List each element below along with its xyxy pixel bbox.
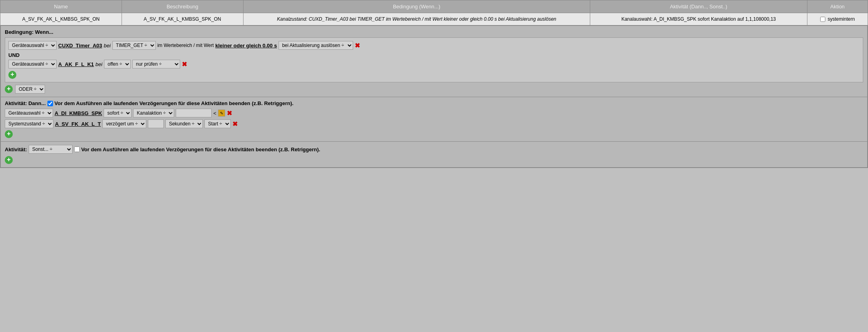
plus-icon-sonst[interactable]: + bbox=[5, 156, 13, 164]
remove-condition-1[interactable]: ✖ bbox=[355, 42, 360, 49]
remove-condition-2[interactable]: ✖ bbox=[182, 61, 187, 68]
dann-title: Aktivität: Dann... bbox=[5, 100, 46, 106]
header-bedingung: Bedingung (Wenn...) bbox=[243, 0, 590, 13]
less-than-symbol: < bbox=[213, 110, 216, 116]
bei-text-1: bei bbox=[104, 43, 110, 49]
sofort-select[interactable]: sofort ÷ bbox=[104, 109, 132, 117]
start-select[interactable]: Start ÷ bbox=[204, 119, 231, 128]
bedingung-title: Bedingung: Wenn... bbox=[5, 29, 863, 35]
bei-text-2: bei bbox=[96, 61, 102, 67]
trigger-select[interactable]: bei Aktualisierung auslösen ÷ bbox=[279, 41, 353, 50]
dann-checkbox-label: Vor dem Ausführen alle laufenden Verzöge… bbox=[55, 100, 294, 106]
row-aktivitaet: Kanalauswahl: A_DI_KMBSG_SPK sofort Kana… bbox=[590, 13, 807, 25]
sonst-section: Aktivität: Sonst... ÷ Vor dem Ausführen … bbox=[0, 142, 868, 168]
add-dann-btn[interactable]: + bbox=[5, 130, 863, 138]
nur-pruefen-select[interactable]: nur prüfen ÷ bbox=[132, 60, 180, 68]
sonst-title: Aktivität: bbox=[5, 146, 27, 152]
row-beschreibung: A_SV_FK_AK_L_KMBSG_SPK_ON bbox=[122, 13, 243, 25]
edit-icon-1[interactable]: ✎ bbox=[218, 109, 225, 117]
verzoegert-select[interactable]: verzögert um ÷ bbox=[102, 119, 146, 128]
device-name-2: A_AK_F_L_K1 bbox=[58, 61, 94, 67]
sonst-checkbox[interactable] bbox=[74, 146, 80, 152]
header-beschreibung: Beschreibung bbox=[122, 0, 243, 13]
condition-block: Geräteauswahl ÷ CUXD_Timer_A03 bei TIMER… bbox=[5, 37, 863, 82]
remove-dann-2[interactable]: ✖ bbox=[232, 120, 238, 128]
dann-geraet-select-2[interactable]: Systemzustand ÷ bbox=[5, 119, 53, 128]
row-bedingung: Kanalzustand: CUXD_Timer_A03 bei TIMER_G… bbox=[243, 13, 590, 25]
geraet-select-1[interactable]: Geräteauswahl ÷ bbox=[8, 41, 57, 50]
sonst-select[interactable]: Sonst... ÷ bbox=[29, 145, 73, 154]
dann-row-2: Systemzustand ÷ A_SV_FK_AK_L_T verzögert… bbox=[5, 119, 863, 128]
kanalaktion-select[interactable]: Kanalaktion ÷ bbox=[133, 109, 174, 117]
header-aktivitaet: Aktivität (Dann.., Sonst..) bbox=[590, 0, 807, 13]
dann-device-name-2: A_SV_FK_AK_L_T bbox=[55, 121, 101, 127]
kanalaktion-value[interactable]: 1,1,108000, bbox=[176, 109, 212, 117]
dann-geraet-select-1[interactable]: Geräteauswahl ÷ bbox=[5, 109, 53, 117]
device-name-1: CUXD_Timer_A03 bbox=[58, 43, 102, 49]
dann-device-name-1: A_DI_KMBSG_SPK bbox=[55, 110, 102, 116]
systemintern-checkbox[interactable] bbox=[820, 17, 825, 22]
remove-dann-1[interactable]: ✖ bbox=[227, 109, 232, 117]
main-table: Name Beschreibung Bedingung (Wenn...) Ak… bbox=[0, 0, 868, 168]
systemintern-label: systemintern bbox=[828, 16, 855, 22]
sonst-checkbox-label: Vor dem Ausführen alle laufenden Verzöge… bbox=[81, 146, 320, 152]
plus-icon-dann[interactable]: + bbox=[5, 130, 13, 138]
offen-select[interactable]: offen ÷ bbox=[104, 60, 131, 68]
oder-section: + ODER ÷ bbox=[5, 85, 863, 94]
oder-select[interactable]: ODER ÷ bbox=[15, 85, 45, 94]
row-name: A_SV_FK_AK_L_KMBSG_SPK_ON bbox=[0, 13, 122, 25]
condition-row-1: Geräteauswahl ÷ CUXD_Timer_A03 bei TIMER… bbox=[8, 41, 860, 50]
condition-value-1: kleiner oder gleich 0.00 s bbox=[215, 43, 277, 49]
row-aktion: systemintern bbox=[807, 13, 868, 25]
sonst-header: Aktivität: Sonst... ÷ Vor dem Ausführen … bbox=[5, 145, 863, 154]
sekunden-select[interactable]: Sekunden ÷ bbox=[165, 119, 203, 128]
geraet-select-2[interactable]: Geräteauswahl ÷ bbox=[8, 60, 57, 68]
dann-checkbox[interactable] bbox=[47, 101, 53, 106]
verzoegert-value[interactable]: 2 bbox=[148, 119, 164, 128]
dann-section: Aktivität: Dann... Vor dem Ausführen all… bbox=[0, 97, 868, 142]
und-label: UND bbox=[8, 52, 860, 58]
plus-icon-1[interactable]: + bbox=[8, 71, 16, 79]
header-aktion: Aktion bbox=[807, 0, 868, 13]
condition-row-2: Geräteauswahl ÷ A_AK_F_L_K1 bei offen ÷ … bbox=[8, 60, 860, 68]
add-condition-btn[interactable]: + bbox=[8, 71, 860, 79]
dann-header: Aktivität: Dann... Vor dem Ausführen all… bbox=[5, 100, 863, 106]
dann-row-1: Geräteauswahl ÷ A_DI_KMBSG_SPK sofort ÷ … bbox=[5, 109, 863, 117]
add-sonst-btn[interactable]: + bbox=[5, 156, 863, 164]
timer-get-select[interactable]: TIMER_GET ÷ bbox=[112, 41, 156, 50]
plus-icon-oder[interactable]: + bbox=[5, 85, 13, 93]
header-name: Name bbox=[0, 0, 122, 13]
condition-text-1: im Wertebereich / mit Wert bbox=[157, 43, 214, 48]
bedingung-section: Bedingung: Wenn... Geräteauswahl ÷ CUXD_… bbox=[0, 25, 868, 97]
